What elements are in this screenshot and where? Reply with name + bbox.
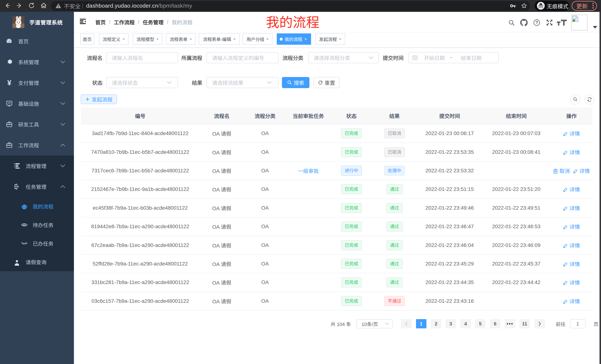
svg-text:?: ?: [535, 20, 538, 25]
